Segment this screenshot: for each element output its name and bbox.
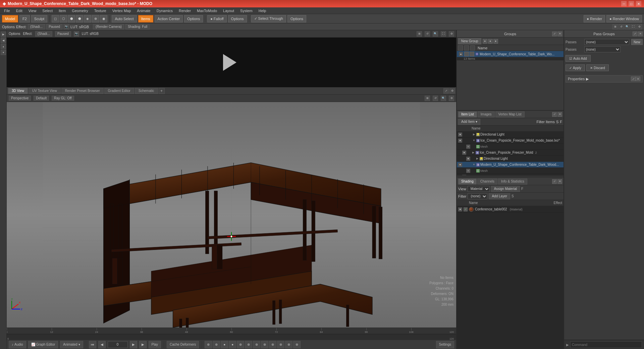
panel-expand-btn[interactable]: ⤢ xyxy=(443,88,449,94)
items-button[interactable]: Items xyxy=(138,15,153,22)
transport-5[interactable]: ⊕ xyxy=(237,341,244,348)
discard-button[interactable]: ✕ Discard xyxy=(586,64,609,71)
item-eye-1[interactable]: ● xyxy=(458,139,462,143)
select-through-button[interactable]: ✓ Select Through xyxy=(251,15,286,22)
item-eye-2[interactable]: ● xyxy=(466,145,470,149)
menu-system[interactable]: System xyxy=(237,8,255,13)
close-button[interactable]: ✕ xyxy=(636,1,641,6)
skip-start-button[interactable]: ⏮ xyxy=(89,341,96,348)
gear-icon[interactable]: ⚙ xyxy=(449,31,454,37)
item-list[interactable]: ● ▶ 💡 Directional Light ● ▼ ◈ Ice_Cream_… xyxy=(457,132,564,175)
assign-material-button[interactable]: Assign Material xyxy=(491,186,520,192)
options-button-1[interactable]: Options xyxy=(184,15,203,22)
icon-settings[interactable]: ⚙ xyxy=(637,24,642,30)
groups-icon-1[interactable]: ● xyxy=(483,39,487,44)
render-window-button[interactable]: ● Render Window xyxy=(606,15,642,22)
transport-11[interactable]: ⊕ xyxy=(285,341,292,348)
shading-list[interactable]: ● ✓ Conference_table002 (Material) xyxy=(457,206,564,348)
render-camera-button[interactable]: (Render Camera) xyxy=(93,24,124,30)
item-list-scrollbar[interactable] xyxy=(457,175,564,178)
item-row-1[interactable]: ● ▼ ◈ Ice_Cream_Popsicle_Freezer_Mold_mo… xyxy=(457,138,564,144)
timeline-ruler[interactable]: 0 12 24 36 48 60 72 84 96 108 xyxy=(7,328,456,334)
left-tool-3[interactable]: ▴ xyxy=(1,44,6,49)
play-button-label[interactable]: Play xyxy=(149,341,161,348)
title-bar-controls[interactable]: ─ □ ✕ xyxy=(621,1,641,6)
tab-item-list[interactable]: Item List xyxy=(458,111,477,117)
cam-icon[interactable]: 📷 xyxy=(74,31,79,37)
apply-button[interactable]: ✓ Apply xyxy=(566,64,585,71)
shading-full-button[interactable]: Shading: Full xyxy=(125,24,150,30)
menu-item[interactable]: Item xyxy=(56,8,68,13)
pass-select[interactable]: (none) xyxy=(584,39,629,45)
menu-geometry[interactable]: Geometry xyxy=(69,8,91,13)
tab-images[interactable]: Images xyxy=(478,111,495,117)
timeline-row-2-ruler[interactable]: 0 120 xyxy=(7,334,456,340)
prev-frame-button[interactable]: ◀ xyxy=(98,341,106,348)
material-row-0[interactable]: ● ✓ Conference_table002 (Material) xyxy=(457,206,564,213)
transport-2[interactable]: ⊕ xyxy=(213,341,220,348)
sh-close-btn[interactable]: ✕ xyxy=(557,179,562,184)
item-eye-0[interactable]: ● xyxy=(458,133,462,137)
icon-search[interactable]: 🔍 xyxy=(625,24,630,30)
new-group-button[interactable]: New Group xyxy=(458,38,481,44)
3d-viewport[interactable]: Perspective Default Ray GL: Off ⊞ ↺ 🔍 ⚙ xyxy=(7,95,456,328)
item-eye-3[interactable]: ● xyxy=(462,151,466,155)
animated-button[interactable]: Animated ▾ xyxy=(60,341,83,348)
effect-value[interactable]: (Shadi... xyxy=(28,24,45,30)
graph-editor-button[interactable]: 📈 Graph Editor xyxy=(28,341,58,348)
settings-button[interactable]: Settings xyxy=(436,341,454,348)
mode-f2-button[interactable]: F2 xyxy=(19,15,30,22)
mode-sculpt-button[interactable]: Sculpt xyxy=(31,15,48,22)
item-eye-6[interactable]: ● xyxy=(466,169,470,173)
frame-input[interactable] xyxy=(108,341,128,348)
menu-file[interactable]: File xyxy=(1,8,13,13)
item-row-7[interactable]: ● ▶ ◈ Modern_U_Shape_Conference_Table_Da… xyxy=(457,174,564,175)
properties-close[interactable]: ✕ xyxy=(636,77,640,81)
il-close-btn[interactable]: ✕ xyxy=(557,112,562,117)
raygl-button[interactable]: Ray GL: Off xyxy=(52,96,74,101)
play-button[interactable] xyxy=(223,54,240,71)
next-frame-button[interactable]: ▶ xyxy=(139,341,147,348)
groups-icon-3[interactable]: ● xyxy=(493,39,498,44)
add-item-button[interactable]: Add Item ▾ xyxy=(458,119,480,125)
tool-icon-3[interactable]: ⬢ xyxy=(68,15,75,22)
vp-grid-btn[interactable]: ⊞ xyxy=(425,96,430,101)
pg-close-btn[interactable]: ✕ xyxy=(638,32,643,36)
transport-3[interactable]: ● xyxy=(221,341,228,348)
menu-vertex-map[interactable]: Vertex Map xyxy=(110,8,134,13)
filter-select[interactable]: (none) xyxy=(468,193,487,199)
tab-info-stats[interactable]: Info & Statistics xyxy=(498,179,527,185)
il-expand-btn[interactable]: ⤢ xyxy=(552,112,557,117)
tab-render-preset[interactable]: Render Preset Browser xyxy=(61,88,104,94)
menu-maxtomodo[interactable]: MaxToModo xyxy=(194,8,220,13)
item-row-3[interactable]: ● ▶ ◈ Ice_Cream_Popsicle_Freezer_Mold 2 xyxy=(457,150,564,156)
item-eye-4[interactable]: ● xyxy=(466,157,470,161)
toolbar2-icon[interactable]: 📷 xyxy=(64,24,69,30)
item-eye-7[interactable]: ● xyxy=(462,175,466,176)
left-tool-2[interactable]: ◀ xyxy=(1,38,6,43)
tab-3d-view[interactable]: 3D View xyxy=(8,88,28,94)
falloff-button[interactable]: ● Falloff xyxy=(207,15,226,22)
tool-icon-5[interactable]: ◈ xyxy=(84,15,91,22)
groups-icon-2[interactable]: ● xyxy=(488,39,493,44)
menu-render[interactable]: Render xyxy=(176,8,194,13)
group-item-0[interactable]: ● Modern_U_Shape_Conference_Table_Dark_W… xyxy=(457,51,564,57)
transport-12[interactable]: ⊕ xyxy=(293,341,301,348)
vp-search-btn[interactable]: 🔍 xyxy=(441,96,446,101)
auto-add-button[interactable]: ☑ Auto Add xyxy=(566,55,591,62)
menu-dynamics[interactable]: Dynamics xyxy=(154,8,175,13)
effect-selector[interactable]: (Shadi... xyxy=(35,31,52,37)
icon-grid[interactable]: ⊞ xyxy=(612,24,618,30)
groups-list[interactable]: ● Modern_U_Shape_Conference_Table_Dark_W… xyxy=(457,51,564,60)
transport-10[interactable]: ⊕ xyxy=(277,341,284,348)
groups-expand-btn[interactable]: ⤢ xyxy=(552,32,557,36)
menu-edit[interactable]: Edit xyxy=(13,8,25,13)
tab-channels[interactable]: Channels xyxy=(477,179,497,185)
tool-icon-2[interactable]: ⬡ xyxy=(60,15,67,22)
transport-8[interactable]: ⊕ xyxy=(261,341,268,348)
perspective-button[interactable]: Perspective xyxy=(9,96,31,101)
transport-1[interactable]: ⊕ xyxy=(205,341,212,348)
tab-uv-texture[interactable]: UV Texture View xyxy=(29,88,61,94)
pass-new-btn[interactable]: New xyxy=(631,39,643,45)
paused-status[interactable]: Paused xyxy=(55,31,71,37)
